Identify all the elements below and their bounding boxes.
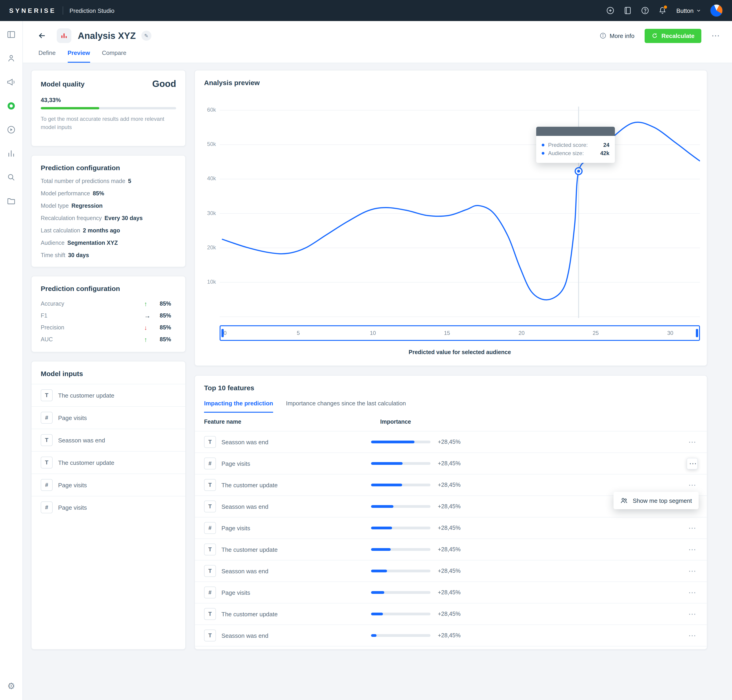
row-menu-icon[interactable]: ⋯ — [687, 524, 698, 532]
refresh-icon — [651, 32, 658, 39]
customers-icon[interactable] — [6, 53, 16, 63]
slider-handle-right[interactable] — [696, 329, 698, 337]
model-input-item[interactable]: T Seasson was end — [32, 429, 185, 451]
tooltip-row: Audience size: 42k — [542, 150, 609, 156]
model-inputs-title: Model inputs — [32, 370, 185, 384]
importance-value: +28,45% — [438, 439, 679, 445]
config-row: Model typeRegression — [41, 203, 176, 209]
avatar[interactable] — [710, 4, 723, 17]
sidebar: ⚙ — [0, 21, 23, 700]
more-options-icon[interactable]: ⋯ — [711, 31, 720, 41]
page-title: Analysis XYZ — [78, 31, 136, 41]
more-info-button[interactable]: More info — [599, 32, 634, 39]
features-tabs: Impacting the prediction Importance chan… — [195, 400, 707, 413]
feature-row: TSeasson was end +28,45% ⋯ — [195, 625, 707, 647]
row-menu-icon[interactable]: ⋯ — [687, 546, 698, 553]
button-dropdown[interactable]: Button — [676, 5, 702, 16]
metric-row: AUC ↑ 85% — [41, 334, 176, 346]
info-icon — [599, 32, 606, 39]
importance-bar — [371, 484, 431, 486]
settings-icon[interactable]: ⚙ — [6, 681, 16, 691]
knowledge-base-icon[interactable] — [623, 6, 632, 15]
chart-svg — [220, 103, 700, 318]
text-field-type-icon: T — [41, 457, 53, 469]
recalculate-button[interactable]: Recalculate — [644, 29, 701, 43]
chart-caption: Predicted value for selected audience — [220, 349, 700, 356]
analysis-preview-title: Analysis preview — [204, 79, 700, 87]
model-input-item[interactable]: T The customer update — [32, 451, 185, 474]
row-menu-button-active[interactable]: ⋯ — [687, 458, 698, 469]
top-features-title: Top 10 features — [195, 384, 707, 392]
recalculate-label: Recalculate — [661, 32, 694, 39]
tab-impacting-prediction[interactable]: Impacting the prediction — [204, 400, 273, 413]
page-header-actions: More info Recalculate ⋯ — [599, 29, 720, 43]
importance-bar — [371, 613, 431, 615]
help-icon[interactable] — [641, 6, 650, 15]
x-range-slider[interactable]: 0 5 10 15 20 25 30 — [220, 325, 700, 341]
prediction-studio-icon-active[interactable] — [6, 101, 16, 111]
feature-name: Page visits — [222, 589, 250, 596]
tab-importance-changes[interactable]: Importance changes since the last calcul… — [286, 400, 406, 413]
audience-icon — [620, 496, 628, 504]
row-menu-icon[interactable]: ⋯ — [687, 567, 698, 575]
model-input-item[interactable]: # Page visits — [32, 406, 185, 429]
show-top-segment-menu-item[interactable]: Show me top segment — [613, 492, 698, 509]
model-quality-card: Model quality Good 43,33% To get the mos… — [31, 70, 186, 146]
importance-value: +28,45% — [438, 482, 679, 488]
model-quality-rating: Good — [152, 79, 176, 89]
model-quality-title: Model quality — [41, 80, 85, 88]
analytics-icon[interactable] — [6, 148, 16, 158]
campaigns-icon[interactable] — [6, 77, 16, 87]
notifications-icon[interactable] — [658, 6, 667, 15]
automation-icon[interactable] — [6, 125, 16, 134]
feature-row: #Page visits +28,45% ⋯ — [195, 518, 707, 539]
data-management-icon[interactable] — [6, 196, 16, 206]
tooltip-header — [536, 127, 615, 136]
model-input-item[interactable]: # Page visits — [32, 474, 185, 496]
row-menu-icon[interactable]: ⋯ — [687, 588, 698, 596]
number-field-type-icon: # — [41, 501, 53, 513]
synerise-logo[interactable]: SYNERISE — [9, 7, 56, 14]
model-input-item[interactable]: # Page visits — [32, 496, 185, 518]
dashboard-icon[interactable] — [6, 29, 16, 39]
add-icon[interactable] — [606, 6, 615, 15]
importance-bar — [371, 505, 431, 508]
feature-name: Seasson was end — [222, 568, 268, 574]
feature-name: Seasson was end — [222, 632, 268, 639]
config-row: Time shift30 days — [41, 252, 176, 259]
importance-value: +28,45% — [438, 460, 679, 467]
row-menu-icon[interactable]: ⋯ — [687, 610, 698, 618]
tab-define[interactable]: Define — [38, 49, 56, 63]
text-field-type-icon: T — [204, 565, 216, 577]
number-field-type-icon: # — [204, 587, 216, 599]
importance-bar — [371, 441, 431, 443]
series-dot-icon — [542, 144, 544, 146]
importance-bar — [371, 548, 431, 551]
feature-row: TThe customer update +28,45% ⋯ — [195, 603, 707, 625]
main: Analysis XYZ ✎ More info Recalculate ⋯ — [23, 21, 732, 700]
analysis-type-icon — [57, 28, 71, 43]
text-field-type-icon: T — [204, 544, 216, 556]
analysis-preview-card: Analysis preview 60k 50k 40k 30k 20k 10k — [194, 70, 707, 366]
slider-handle-left[interactable] — [222, 329, 224, 337]
feature-name: The customer update — [222, 610, 278, 618]
tab-compare[interactable]: Compare — [102, 49, 126, 63]
edit-title-button[interactable]: ✎ — [141, 31, 151, 41]
text-field-type-icon: T — [204, 500, 216, 512]
importance-value: +28,45% — [438, 546, 679, 553]
importance-value: +28,45% — [438, 632, 679, 639]
topbar: SYNERISE Prediction Studio Button — [0, 0, 732, 21]
search-insights-icon[interactable] — [6, 172, 16, 182]
page-header-top: Analysis XYZ ✎ More info Recalculate ⋯ — [38, 28, 720, 43]
feature-name: The customer update — [222, 546, 278, 553]
back-button[interactable] — [38, 31, 47, 40]
model-input-item[interactable]: T The customer update — [32, 384, 185, 406]
row-menu-icon[interactable]: ⋯ — [687, 481, 698, 489]
row-menu-icon[interactable]: ⋯ — [687, 632, 698, 640]
number-field-type-icon: # — [204, 457, 216, 469]
line-chart[interactable]: Predicted score: 24 Audience size: 42k — [220, 103, 700, 320]
tab-preview[interactable]: Preview — [68, 49, 90, 63]
row-menu-icon[interactable]: ⋯ — [687, 438, 698, 446]
model-quality-progress-fill — [41, 107, 100, 109]
button-dropdown-label: Button — [676, 7, 694, 14]
